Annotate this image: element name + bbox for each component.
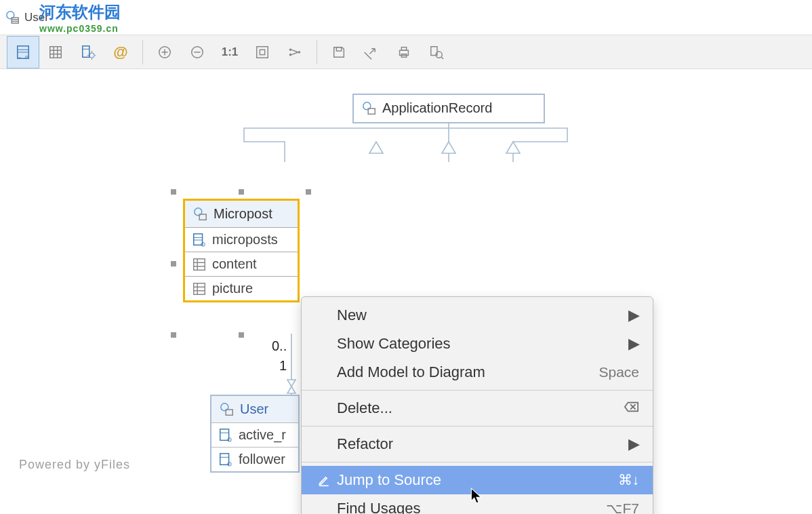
diagram-canvas[interactable]: ApplicationRecord Micropost microposts c…: [0, 69, 812, 514]
micropost-row[interactable]: picture: [185, 276, 298, 300]
svg-marker-40: [287, 380, 296, 393]
class-icon: [5, 10, 20, 25]
svg-line-34: [441, 57, 443, 59]
separator: [317, 40, 317, 64]
svg-rect-59: [220, 429, 229, 440]
class-icon: [193, 207, 208, 222]
edit-icon: [314, 473, 334, 487]
menu-separator: [302, 462, 653, 462]
node-applicationrecord[interactable]: ApplicationRecord: [352, 94, 545, 123]
svg-rect-28: [336, 47, 341, 51]
selection-handle[interactable]: [239, 332, 244, 338]
class-icon: [362, 101, 377, 116]
svg-point-48: [201, 242, 205, 246]
context-menu: New▶ Show Categories▶ Add Model to Diagr…: [301, 296, 653, 514]
save-button[interactable]: [323, 36, 355, 68]
svg-point-64: [228, 462, 232, 466]
node-micropost[interactable]: Micropost microposts content picture: [183, 199, 300, 302]
svg-point-61: [228, 437, 232, 441]
svg-rect-30: [401, 47, 406, 50]
toolbar: @ 1:1: [0, 35, 812, 69]
toolbar-settings[interactable]: [72, 36, 104, 68]
cardinality-bottom: 1: [279, 358, 287, 374]
svg-rect-49: [194, 258, 205, 270]
svg-point-23: [289, 48, 292, 51]
zoom-out-button[interactable]: [181, 36, 214, 68]
selection-handle[interactable]: [239, 189, 244, 195]
node-label: Micropost: [214, 206, 272, 222]
zoom-in-button[interactable]: [148, 36, 181, 68]
mouse-cursor: [470, 487, 485, 505]
print-button[interactable]: [388, 36, 420, 68]
svg-rect-45: [194, 233, 203, 245]
micropost-row[interactable]: microposts: [185, 227, 298, 252]
zoom-11-button[interactable]: 1:1: [214, 36, 246, 68]
selection-handle[interactable]: [171, 261, 176, 266]
table-icon: [218, 452, 233, 467]
svg-point-25: [298, 51, 301, 54]
toolbar-at[interactable]: @: [104, 36, 137, 68]
node-label: ApplicationRecord: [382, 100, 492, 116]
svg-line-26: [291, 50, 298, 52]
svg-rect-22: [260, 50, 264, 54]
selection-handle[interactable]: [171, 332, 176, 338]
grid-icon: [192, 281, 207, 296]
powered-by-label: Powered by yFiles: [19, 458, 130, 472]
menu-refactor[interactable]: Refactor▶: [302, 430, 653, 458]
svg-rect-53: [194, 283, 205, 294]
node-user[interactable]: User active_r follower: [210, 395, 300, 473]
micropost-row[interactable]: content: [185, 252, 298, 276]
search-button[interactable]: [420, 36, 453, 68]
svg-rect-21: [257, 46, 268, 58]
user-row[interactable]: follower: [211, 447, 298, 471]
svg-rect-62: [220, 453, 229, 464]
class-icon: [220, 402, 235, 417]
svg-line-27: [291, 52, 298, 55]
menu-delete[interactable]: Delete...: [302, 394, 653, 422]
menu-separator: [302, 390, 653, 391]
table-icon: [192, 233, 207, 248]
toolbar-view1[interactable]: [7, 36, 39, 68]
menu-new[interactable]: New▶: [302, 301, 653, 330]
user-row[interactable]: active_r: [211, 422, 298, 447]
cardinality-top: 0..: [272, 338, 287, 354]
fit-button[interactable]: [246, 36, 279, 68]
titlebar: User 河东软件园 www.pc0359.cn: [0, 0, 812, 35]
svg-marker-38: [506, 142, 520, 153]
svg-rect-8: [50, 46, 62, 58]
svg-marker-37: [442, 142, 455, 153]
svg-marker-36: [369, 142, 383, 153]
selection-handle[interactable]: [171, 189, 176, 195]
watermark: 河东软件园 www.pc0359.cn: [39, 1, 121, 34]
svg-rect-29: [400, 50, 409, 55]
node-label: User: [240, 401, 268, 417]
menu-show-categories[interactable]: Show Categories▶: [302, 330, 653, 358]
separator: [142, 40, 143, 64]
tab-title: User: [24, 11, 49, 24]
menu-separator: [302, 426, 653, 427]
selection-handle[interactable]: [306, 189, 311, 195]
grid-icon: [192, 257, 207, 272]
svg-point-15: [89, 52, 94, 57]
svg-point-24: [289, 53, 292, 56]
layout-button[interactable]: [279, 36, 311, 68]
toolbar-grid[interactable]: [39, 36, 72, 68]
delete-icon: [624, 400, 639, 416]
export-button[interactable]: [355, 36, 388, 68]
menu-add-model[interactable]: Add Model to DiagramSpace: [302, 358, 653, 387]
table-icon: [218, 428, 233, 443]
